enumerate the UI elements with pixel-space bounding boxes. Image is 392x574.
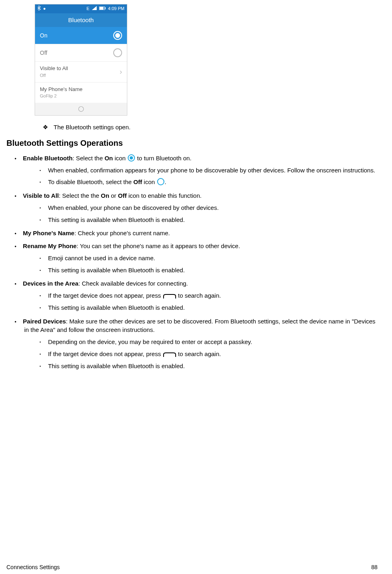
- footer-page-number: 88: [371, 563, 377, 571]
- row-name-value: GoFlip 2: [40, 93, 122, 99]
- radio-off-icon: [113, 48, 122, 57]
- row-visible-label: Visible to All: [40, 65, 120, 73]
- battery-icon: [99, 6, 106, 12]
- sub-list-item: Emoji cannot be used in a device name.: [50, 254, 377, 263]
- sub-list-item: When enabled, confirmation appears for y…: [50, 166, 377, 175]
- result-note: The Bluetooth settings open.: [43, 123, 377, 132]
- content-list: Enable Bluetooth: Select the On icon to …: [6, 154, 377, 371]
- row-visible[interactable]: Visible to All Off ›: [35, 62, 127, 83]
- svg-point-5: [158, 178, 164, 185]
- chevron-right-icon: ›: [120, 66, 122, 77]
- phone-title: Bluetooth: [35, 13, 127, 27]
- sub-list-item: If the target device does not appear, pr…: [50, 350, 377, 358]
- phone-navbar: ◯: [35, 103, 127, 115]
- list-item: My Phone's Name: Check your phone's curr…: [24, 229, 377, 238]
- row-on-label: On: [40, 31, 113, 39]
- phone-statusbar: ● E 4:09 PM: [35, 4, 127, 13]
- sub-list-item: This setting is available when Bluetooth…: [50, 216, 377, 224]
- sub-list-item: Depending on the device, you may be requ…: [50, 338, 377, 346]
- sub-list-item: This setting is available when Bluetooth…: [50, 303, 377, 312]
- svg-rect-2: [105, 7, 106, 9]
- list-item: Rename My Phone: You can set the phone's…: [24, 242, 377, 274]
- phone-screenshot: ● E 4:09 PM Bluetooth On Off Visible to …: [35, 4, 127, 116]
- row-off[interactable]: Off: [35, 44, 127, 62]
- list-item: Visible to All: Select the the On or Off…: [24, 191, 377, 224]
- sub-list-item: To disable Bluetooth, select the Off ico…: [50, 178, 377, 186]
- svg-point-4: [130, 156, 133, 160]
- row-on[interactable]: On: [35, 27, 127, 44]
- list-item: Enable Bluetooth: Select the On icon to …: [24, 154, 377, 186]
- result-note-text: The Bluetooth settings open.: [43, 124, 131, 131]
- list-item: Paired Devices: Make sure the other devi…: [24, 317, 377, 371]
- row-off-label: Off: [40, 49, 113, 57]
- bluetooth-icon: [37, 6, 41, 12]
- row-visible-value: Off: [40, 73, 120, 79]
- nav-circle-icon: ◯: [78, 106, 84, 112]
- row-name[interactable]: My Phone's Name GoFlip 2: [35, 83, 127, 103]
- notification-dot-icon: ●: [43, 6, 46, 12]
- page-footer: Connections Settings 88: [6, 563, 377, 571]
- sub-list-item: This setting is available when Bluetooth…: [50, 266, 377, 275]
- sub-list-item: If the target device does not appear, pr…: [50, 291, 377, 300]
- signal-icon: [92, 6, 97, 12]
- status-time: 4:09 PM: [108, 6, 124, 12]
- sub-list-item: When enabled, your phone can be discover…: [50, 203, 377, 212]
- svg-rect-1: [100, 7, 104, 10]
- radio-on-icon: [113, 31, 122, 40]
- list-item: Devices in the Area: Check available dev…: [24, 279, 377, 312]
- network-type: E: [87, 6, 89, 12]
- footer-section: Connections Settings: [6, 563, 60, 571]
- section-heading: Bluetooth Settings Operations: [6, 137, 377, 149]
- sub-list-item: This setting is available when Bluetooth…: [50, 362, 377, 371]
- row-name-label: My Phone's Name: [40, 86, 122, 93]
